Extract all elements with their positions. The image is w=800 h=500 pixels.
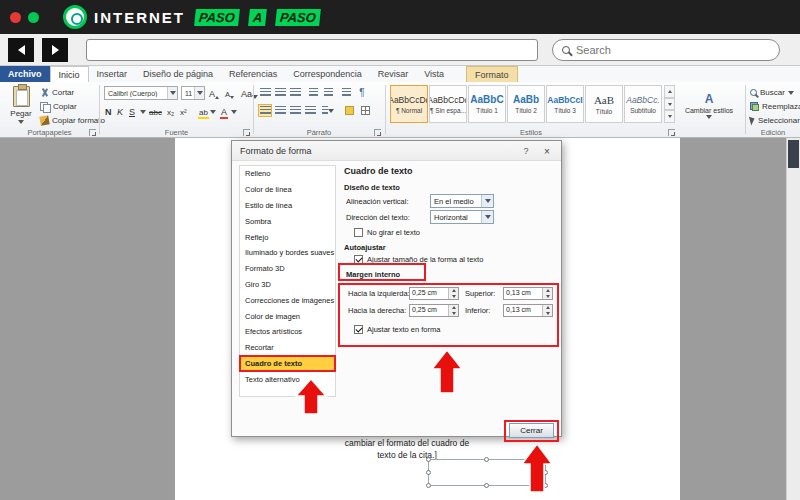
gallery-more-button[interactable] [664, 110, 675, 123]
dialog-help-button[interactable]: ? [519, 144, 533, 158]
dialog-close-icon[interactable]: × [540, 144, 554, 158]
style-titulo-1[interactable]: AaBbC Título 1 [468, 85, 506, 123]
search-input[interactable] [576, 44, 770, 56]
wrap-text-checkbox[interactable] [354, 325, 363, 334]
italic-button[interactable]: K [116, 104, 124, 117]
selection-handle[interactable] [426, 457, 431, 462]
increase-indent-button[interactable] [321, 86, 335, 99]
style-titulo[interactable]: AaB Título [585, 85, 623, 123]
bullets-button[interactable] [258, 86, 272, 99]
chevron-down-icon[interactable] [231, 110, 237, 114]
scrollbar-thumb[interactable] [788, 140, 799, 168]
font-name-select[interactable]: Calibri (Cuerpo) [104, 86, 178, 100]
category-sombra[interactable]: Sombra [240, 213, 335, 229]
numbering-button[interactable] [273, 86, 287, 99]
spinner-down-icon[interactable] [543, 311, 552, 317]
category-correcciones[interactable]: Correcciones de imágenes [240, 292, 335, 308]
category-efectos-artisticos[interactable]: Efectos artísticos [240, 324, 335, 340]
category-cuadro-de-texto[interactable]: Cuadro de texto [240, 356, 335, 372]
superscript-button[interactable]: x² [179, 104, 188, 117]
tab-archivo[interactable]: Archivo [0, 66, 50, 82]
bold-button[interactable]: N [104, 104, 113, 117]
margin-left-input[interactable]: 0,25 cm [409, 287, 459, 300]
strikethrough-button[interactable]: abc [148, 104, 163, 117]
multilevel-list-button[interactable] [288, 86, 302, 99]
cut-button[interactable]: Cortar [38, 86, 76, 99]
back-button[interactable] [8, 38, 34, 62]
tab-insertar[interactable]: Insertar [89, 66, 136, 82]
justify-button[interactable] [303, 104, 317, 117]
style-titulo-2[interactable]: AaBb Título 2 [507, 85, 545, 123]
gallery-up-button[interactable] [664, 85, 675, 98]
tab-referencias[interactable]: Referencias [221, 66, 285, 82]
dialog-launcher-icon[interactable] [668, 129, 675, 136]
align-center-button[interactable] [273, 104, 287, 117]
search-box[interactable] [552, 39, 780, 61]
line-spacing-button[interactable] [321, 104, 335, 117]
resize-shape-checkbox[interactable] [354, 255, 363, 264]
change-styles-button[interactable]: A Cambiar estilos [678, 85, 740, 125]
selection-handle[interactable] [426, 483, 431, 488]
sort-button[interactable] [339, 86, 353, 99]
paste-button[interactable]: Pegar [5, 85, 37, 131]
address-input[interactable] [86, 39, 538, 61]
category-color-de-imagen[interactable]: Color de imagen [240, 308, 335, 324]
spinner-down-icon[interactable] [449, 311, 458, 317]
category-iluminado[interactable]: Iluminado y bordes suaves [240, 245, 335, 261]
margin-top-input[interactable]: 0,13 cm [503, 287, 553, 300]
decrease-indent-button[interactable] [306, 86, 320, 99]
chevron-down-icon[interactable] [140, 110, 146, 114]
font-color-button[interactable]: A [220, 104, 228, 117]
style-normal[interactable]: AaBbCcDc ¶ Normal [390, 85, 428, 123]
tab-inicio[interactable]: Inicio [50, 66, 89, 82]
category-recortar[interactable]: Recortar [240, 340, 335, 356]
dialog-launcher-icon[interactable] [89, 129, 96, 136]
category-relleno[interactable]: Relleno [240, 166, 335, 182]
format-painter-button[interactable]: Copiar formato [38, 114, 107, 127]
align-right-button[interactable] [288, 104, 302, 117]
subscript-button[interactable]: x₂ [166, 104, 175, 117]
replace-button[interactable]: Reemplazar [748, 100, 800, 113]
style-titulo-3[interactable]: AaBbCcI Título 3 [546, 85, 584, 123]
selection-handle[interactable] [484, 457, 489, 462]
text-direction-select[interactable]: Horizontal [430, 210, 494, 224]
select-button[interactable]: Seleccionar [748, 114, 800, 127]
dialog-launcher-icon[interactable] [374, 129, 381, 136]
spinner-down-icon[interactable] [449, 294, 458, 300]
style-subtitulo[interactable]: AaBbCc. Subtítulo [624, 85, 662, 123]
show-marks-button[interactable]: ¶ [355, 86, 369, 99]
vertical-scrollbar[interactable] [786, 138, 800, 500]
tab-vista[interactable]: Vista [416, 66, 452, 82]
selection-handle[interactable] [484, 483, 489, 488]
no-rotate-checkbox[interactable] [354, 228, 363, 237]
tab-diseno-de-pagina[interactable]: Diseño de página [135, 66, 221, 82]
tab-formato[interactable]: Formato [466, 66, 518, 82]
shading-button[interactable] [342, 104, 356, 117]
vertical-alignment-select[interactable]: En el medio [430, 194, 494, 208]
margin-bottom-input[interactable]: 0,13 cm [503, 304, 553, 317]
font-size-select[interactable]: 11 [181, 86, 205, 100]
dialog-title-bar[interactable]: Formato de forma [232, 141, 561, 161]
selection-handle[interactable] [426, 470, 431, 475]
cerrar-button[interactable]: Cerrar [509, 423, 554, 438]
chevron-down-icon[interactable] [210, 110, 216, 114]
category-giro-3d[interactable]: Giro 3D [240, 277, 335, 293]
category-estilo-de-linea[interactable]: Estilo de línea [240, 198, 335, 214]
tab-revisar[interactable]: Revisar [370, 66, 417, 82]
underline-button[interactable]: S [128, 104, 136, 117]
highlight-color-button[interactable]: ab [198, 104, 209, 117]
forward-button[interactable] [42, 38, 68, 62]
grow-font-button[interactable]: A [208, 86, 220, 99]
gallery-down-button[interactable] [664, 98, 675, 111]
align-left-button[interactable] [258, 104, 272, 117]
borders-button[interactable] [358, 104, 372, 117]
margin-right-input[interactable]: 0,25 cm [409, 304, 459, 317]
spinner-down-icon[interactable] [543, 294, 552, 300]
category-formato-3d[interactable]: Formato 3D [240, 261, 335, 277]
find-button[interactable]: Buscar [748, 86, 796, 99]
copy-button[interactable]: Copiar [38, 100, 79, 113]
shrink-font-button[interactable]: A [224, 86, 235, 99]
tab-correspondencia[interactable]: Correspondencia [285, 66, 370, 82]
category-color-de-linea[interactable]: Color de línea [240, 182, 335, 198]
category-reflejo[interactable]: Reflejo [240, 229, 335, 245]
